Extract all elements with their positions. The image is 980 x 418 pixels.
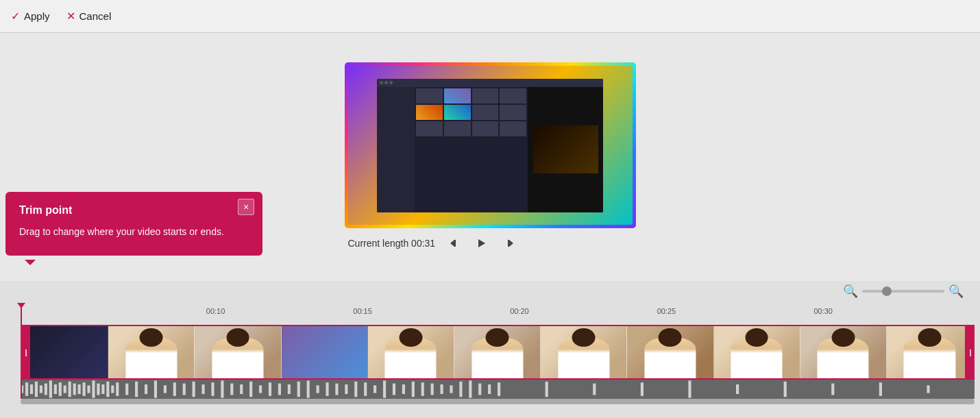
inner-main — [415, 87, 528, 212]
play-button[interactable] — [474, 235, 490, 251]
step-forward-button[interactable] — [501, 235, 517, 251]
inner-screen — [377, 79, 603, 212]
svg-rect-7 — [25, 382, 28, 396]
video-track — [21, 325, 975, 380]
svg-rect-13 — [54, 384, 57, 394]
svg-rect-17 — [73, 384, 76, 395]
svg-rect-21 — [92, 380, 95, 397]
svg-rect-24 — [106, 382, 109, 397]
svg-rect-62 — [459, 382, 462, 397]
left-trim-handle[interactable] — [21, 325, 30, 380]
svg-rect-70 — [688, 380, 691, 397]
horizontal-scrollbar[interactable] — [21, 399, 975, 404]
apply-button[interactable]: ✓ Apply — [11, 10, 50, 23]
svg-rect-46 — [307, 380, 310, 397]
svg-rect-43 — [278, 384, 281, 395]
svg-rect-8 — [30, 384, 33, 394]
svg-rect-75 — [927, 385, 929, 393]
step-back-button[interactable] — [446, 235, 463, 251]
svg-rect-33 — [183, 384, 186, 395]
svg-rect-72 — [784, 382, 787, 397]
svg-rect-51 — [354, 382, 357, 397]
video-frame-7 — [627, 326, 713, 378]
close-icon: × — [243, 201, 249, 212]
svg-rect-47 — [317, 385, 319, 393]
zoom-out-icon[interactable]: 🔍 — [843, 284, 858, 299]
svg-rect-25 — [111, 385, 114, 393]
ruler-mark-0020: 00:20 — [510, 307, 529, 315]
timeline-section: 🔍 🔍 00:10 00:15 00:20 00:25 00:30 — [0, 281, 980, 418]
top-bar: ✓ Apply ✕ Cancel — [0, 0, 980, 33]
svg-rect-39 — [240, 384, 243, 394]
preview-controls: Current length 00:31 — [348, 235, 633, 251]
svg-rect-45 — [297, 382, 300, 397]
playhead-top — [17, 303, 25, 308]
svg-rect-54 — [383, 380, 386, 397]
cancel-button[interactable]: ✕ Cancel — [66, 10, 112, 23]
audio-track — [21, 380, 975, 399]
video-frame-2 — [195, 326, 281, 378]
apply-label: Apply — [24, 10, 50, 22]
svg-rect-68 — [593, 384, 596, 395]
svg-rect-41 — [259, 385, 262, 393]
svg-marker-2 — [478, 239, 485, 247]
svg-rect-30 — [154, 380, 157, 397]
svg-rect-69 — [641, 382, 644, 396]
inner-preview-img — [533, 125, 598, 173]
svg-rect-27 — [125, 384, 128, 395]
svg-rect-44 — [288, 384, 291, 394]
svg-rect-26 — [116, 382, 119, 396]
zoom-in-icon[interactable]: 🔍 — [948, 284, 964, 299]
svg-rect-55 — [393, 384, 395, 395]
svg-rect-18 — [78, 384, 81, 394]
svg-rect-38 — [230, 384, 233, 395]
svg-rect-57 — [412, 382, 415, 397]
svg-rect-20 — [87, 385, 90, 393]
zoom-slider[interactable] — [862, 290, 944, 293]
svg-rect-32 — [173, 382, 176, 396]
svg-rect-58 — [421, 382, 424, 396]
timeline-tracks — [0, 325, 980, 407]
video-frame-9 — [800, 326, 887, 378]
svg-rect-28 — [135, 382, 138, 397]
svg-rect-52 — [364, 382, 367, 396]
svg-rect-37 — [221, 380, 223, 397]
zoom-thumb[interactable] — [882, 286, 892, 296]
video-frame-1 — [108, 326, 195, 378]
check-icon: ✓ — [11, 10, 20, 23]
video-frame-10 — [887, 326, 973, 378]
svg-rect-65 — [488, 384, 491, 394]
scrollbar-thumb[interactable] — [21, 399, 975, 404]
svg-rect-63 — [469, 380, 471, 397]
inner-preview-right — [528, 87, 603, 212]
svg-marker-3 — [509, 240, 513, 247]
svg-rect-11 — [45, 384, 47, 395]
playhead[interactable] — [21, 303, 22, 399]
svg-rect-49 — [335, 384, 338, 395]
svg-rect-1 — [454, 240, 456, 247]
svg-rect-66 — [498, 382, 500, 396]
svg-marker-0 — [450, 240, 454, 247]
inner-sidebar — [377, 87, 415, 212]
zoom-controls: 🔍 🔍 — [843, 284, 964, 299]
svg-rect-74 — [879, 382, 882, 396]
trim-tooltip-title: Trim point — [19, 204, 249, 217]
trim-tooltip-description: Drag to change where your video starts o… — [19, 225, 249, 239]
trim-tooltip-close-button[interactable]: × — [238, 199, 254, 215]
ruler-mark-0030: 00:30 — [813, 307, 833, 315]
video-frame-6 — [541, 326, 627, 378]
svg-rect-40 — [249, 382, 252, 397]
svg-rect-14 — [59, 382, 62, 396]
inner-top-bar — [377, 79, 603, 87]
trim-tooltip: × Trim point Drag to change where your v… — [5, 192, 262, 256]
x-icon: ✕ — [66, 10, 75, 23]
svg-rect-35 — [201, 384, 204, 394]
svg-rect-23 — [101, 384, 104, 394]
svg-rect-56 — [402, 384, 405, 394]
right-trim-handle[interactable] — [965, 325, 975, 380]
svg-rect-31 — [164, 385, 167, 393]
svg-rect-61 — [450, 385, 452, 393]
svg-rect-22 — [97, 384, 99, 395]
ruler-mark-0015: 00:15 — [353, 307, 372, 315]
svg-rect-9 — [35, 382, 38, 397]
